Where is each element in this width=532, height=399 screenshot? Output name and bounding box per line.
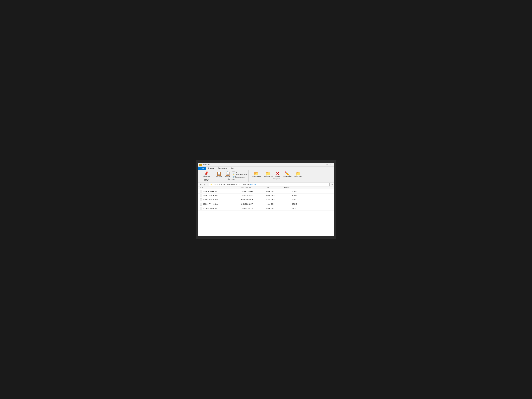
column-type[interactable]: Тип [266, 187, 284, 189]
title-bar: | Minidump ─ □ ✕ [198, 163, 334, 167]
file-name-cell: 032023-7656-01.dmp [200, 198, 241, 201]
file-name: 031923-7640-01.dmp [203, 195, 218, 196]
delete-icon: ✕ [276, 171, 279, 176]
copy-button[interactable]: 📋 Копировать [215, 171, 223, 178]
paste-shortcut-icon: 🔗 [233, 176, 234, 178]
move-label: Переместить в ▾ [251, 176, 261, 177]
rename-icon: ✏️ [285, 171, 290, 176]
copy-to-label: Копировать в ▾ [264, 176, 272, 177]
pin-button[interactable]: 📌 Закрепить на панели быстрого доступа [201, 171, 212, 182]
path-arrow-1: › [213, 184, 213, 185]
path-arrow-4: › [249, 184, 250, 185]
dmp-file-icon [200, 207, 202, 210]
tab-file[interactable]: Файл [198, 167, 206, 170]
copy-to-button[interactable]: 📁 Копировать в ▾ [263, 171, 273, 178]
file-date: 20.03.2023 11:00 [241, 207, 266, 209]
ribbon-group-clipboard: 📋 Копировать 📋 Вставить ✂ Вырез [213, 170, 249, 182]
table-row[interactable]: 031923-7546-01.dmp 19.03.2023 18:19 Файл… [198, 189, 334, 194]
table-row[interactable]: 031923-7640-01.dmp 19.03.2023 14:21 Файл… [198, 194, 334, 198]
pin-label: Закрепить на панели быстрого доступа [202, 176, 211, 181]
address-path[interactable]: 📁 › Этот компьютер › Локальный диск (C:)… [209, 183, 329, 186]
path-folder-icon: 📁 [210, 184, 212, 185]
rename-button[interactable]: ✏️ Переименовать [281, 171, 293, 178]
copy-label: Копировать [215, 176, 222, 177]
scissors-icon: ✂ [233, 171, 234, 173]
file-size: 617 КБ [284, 207, 297, 209]
file-name-cell: 031923-7640-01.dmp [200, 194, 241, 197]
delete-button[interactable]: ✕ Удалить [274, 171, 281, 178]
column-name[interactable]: Имя ▲ [200, 187, 241, 189]
organize-items: 📂 Переместить в ▾ 📁 Копировать в ▾ ✕ Уда… [250, 171, 303, 178]
file-name: 032023-7734-01.dmp [203, 203, 218, 205]
ribbon-pin-items: 📌 Закрепить на панели быстрого доступа [201, 171, 212, 182]
file-rows-container: 031923-7546-01.dmp 19.03.2023 18:19 Файл… [198, 189, 334, 210]
maximize-button[interactable]: □ [325, 164, 329, 166]
file-name-cell: 032023-7734-01.dmp [200, 203, 241, 205]
path-arrow-3: › [242, 184, 242, 185]
forward-button[interactable]: → [203, 183, 206, 186]
ribbon-group-pin: 📌 Закрепить на панели быстрого доступа [199, 170, 213, 182]
copy-path-button[interactable]: 📝 Скопировать путь [232, 173, 247, 176]
table-row[interactable]: 032023-7828-01.dmp 20.03.2023 11:00 Файл… [198, 206, 334, 210]
paste-shortcut-button[interactable]: 🔗 Вставить ярлык [232, 176, 247, 178]
table-row[interactable]: 032023-7656-01.dmp 20.03.2023 10:54 Файл… [198, 198, 334, 202]
file-type: Файл "DMP" [266, 199, 284, 201]
pin-icon: 📌 [204, 171, 209, 176]
column-date[interactable]: Дата изменения [241, 187, 266, 189]
windows-explorer-window: | Minidump ─ □ ✕ Файл Главная Поделиться… [198, 163, 334, 236]
move-icon: 📂 [253, 171, 259, 176]
copy-to-icon: 📁 [266, 171, 271, 176]
ribbon-content: 📌 Закрепить на панели быстрого доступа 📋… [198, 170, 334, 182]
up-button[interactable]: ↑ [207, 183, 209, 186]
tab-home[interactable]: Главная [206, 167, 216, 170]
file-size: 663 КБ [284, 190, 297, 192]
copy-path-icon: 📝 [233, 173, 234, 175]
move-to-button[interactable]: 📂 Переместить в ▾ [250, 171, 262, 178]
file-type: Файл "DMP" [266, 207, 284, 209]
dmp-file-icon [200, 194, 202, 197]
file-size: 972 КБ [284, 203, 297, 205]
folder-icon [199, 164, 202, 166]
dmp-file-icon [200, 203, 202, 205]
new-folder-button[interactable]: 📁 Новая папка [293, 171, 303, 178]
close-button[interactable]: ✕ [329, 164, 333, 166]
clipboard-small-actions: ✂ Вырезать 📝 Скопировать путь 🔗 Вставить… [232, 171, 247, 178]
minimize-button[interactable]: ─ [321, 164, 325, 166]
file-date: 19.03.2023 18:19 [241, 190, 266, 192]
organize-group-label: Упорядочить [273, 178, 280, 180]
delete-label: Удалить [275, 176, 280, 177]
file-name: 031923-7546-01.dmp [203, 190, 218, 192]
partial-text: Co [330, 184, 333, 185]
title-bar-text: | Minidump [203, 164, 210, 166]
path-disk: Локальный диск (C:) [227, 184, 241, 185]
copy-path-label: Скопировать путь [235, 174, 247, 175]
back-button[interactable]: ← [199, 183, 203, 186]
cut-label: Вырезать [234, 171, 241, 173]
ribbon: Файл Главная Поделиться Вид 📌 Закрепить … [198, 167, 334, 183]
path-minidump: Minidump [250, 184, 257, 185]
column-size[interactable]: Размер [284, 187, 297, 189]
paste-label: Вставить [225, 176, 230, 177]
new-folder-icon: 📁 [296, 171, 301, 176]
new-folder-label: Новая папка [295, 176, 302, 177]
path-windows: Windows [243, 184, 249, 185]
file-name-cell: 031923-7546-01.dmp [200, 190, 241, 193]
address-bar: ← → ↑ 📁 › Этот компьютер › Локальный дис… [198, 183, 334, 186]
file-name-cell: 032023-7828-01.dmp [200, 207, 241, 210]
tab-share[interactable]: Поделиться [216, 167, 229, 170]
clipboard-items: 📋 Копировать 📋 Вставить ✂ Вырез [215, 171, 247, 178]
file-type: Файл "DMP" [266, 195, 284, 196]
monitor-frame: | Minidump ─ □ ✕ Файл Главная Поделиться… [196, 160, 336, 239]
cut-button[interactable]: ✂ Вырезать [232, 171, 247, 173]
file-name: 032023-7828-01.dmp [203, 207, 218, 209]
paste-icon: 📋 [225, 171, 230, 176]
rename-label: Переименовать [283, 176, 292, 177]
file-date: 20.03.2023 10:47 [241, 203, 266, 205]
title-bar-controls: ─ □ ✕ [321, 164, 333, 166]
clipboard-group-label: Буфер обмена [227, 178, 235, 180]
empty-area [198, 210, 334, 236]
tab-view[interactable]: Вид [229, 167, 235, 170]
ribbon-group-organize: 📂 Переместить в ▾ 📁 Копировать в ▾ ✕ Уда… [249, 170, 304, 182]
paste-button[interactable]: 📋 Вставить [224, 171, 231, 178]
table-row[interactable]: 032023-7734-01.dmp 20.03.2023 10:47 Файл… [198, 202, 334, 206]
